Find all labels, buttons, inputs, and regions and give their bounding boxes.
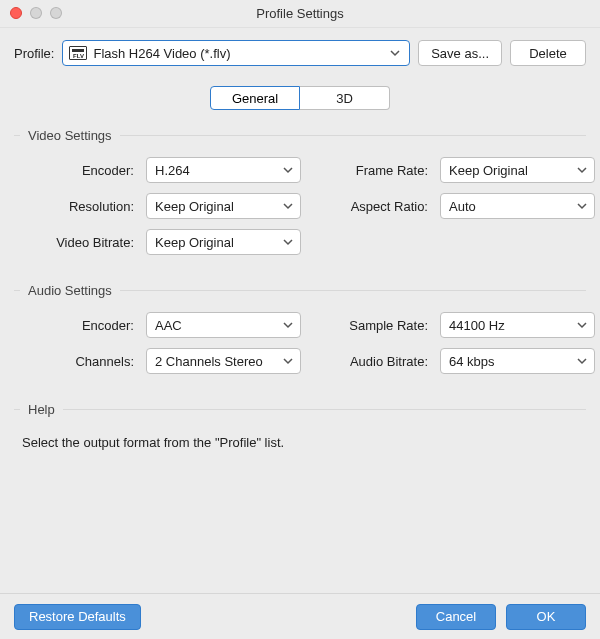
audio-bitrate-select[interactable]: 64 kbps bbox=[440, 348, 595, 374]
minimize-window-button[interactable] bbox=[30, 7, 42, 19]
channels-select[interactable]: 2 Channels Stereo bbox=[146, 348, 301, 374]
chevron-down-icon bbox=[280, 356, 296, 366]
video-settings-title: Video Settings bbox=[14, 128, 586, 143]
ok-button[interactable]: OK bbox=[506, 604, 586, 630]
aspect-ratio-select[interactable]: Auto bbox=[440, 193, 595, 219]
audio-encoder-label: Encoder: bbox=[14, 318, 134, 333]
frame-rate-label: Frame Rate: bbox=[313, 163, 428, 178]
help-title: Help bbox=[14, 402, 586, 417]
channels-label: Channels: bbox=[14, 354, 134, 369]
audio-settings-title: Audio Settings bbox=[14, 283, 586, 298]
tabs: General 3D bbox=[0, 86, 600, 110]
save-as-button[interactable]: Save as... bbox=[418, 40, 502, 66]
video-bitrate-label: Video Bitrate: bbox=[14, 235, 134, 250]
help-group: Help Select the output format from the "… bbox=[14, 402, 586, 450]
zoom-window-button[interactable] bbox=[50, 7, 62, 19]
profile-row: Profile: FLV Flash H264 Video (*.flv) Sa… bbox=[0, 28, 600, 76]
chevron-down-icon bbox=[574, 320, 590, 330]
window-title: Profile Settings bbox=[0, 6, 600, 21]
video-settings-group: Video Settings Encoder: H.264 Frame Rate… bbox=[14, 128, 586, 255]
resolution-label: Resolution: bbox=[14, 199, 134, 214]
sample-rate-label: Sample Rate: bbox=[313, 318, 428, 333]
chevron-down-icon bbox=[280, 165, 296, 175]
flv-icon: FLV bbox=[69, 46, 87, 60]
chevron-down-icon bbox=[574, 356, 590, 366]
video-encoder-label: Encoder: bbox=[14, 163, 134, 178]
cancel-button[interactable]: Cancel bbox=[416, 604, 496, 630]
chevron-down-icon bbox=[280, 320, 296, 330]
close-window-button[interactable] bbox=[10, 7, 22, 19]
profile-select[interactable]: FLV Flash H264 Video (*.flv) bbox=[62, 40, 410, 66]
audio-settings-group: Audio Settings Encoder: AAC Sample Rate:… bbox=[14, 283, 586, 374]
frame-rate-select[interactable]: Keep Original bbox=[440, 157, 595, 183]
tab-general[interactable]: General bbox=[210, 86, 300, 110]
window-controls bbox=[10, 7, 62, 19]
audio-bitrate-label: Audio Bitrate: bbox=[313, 354, 428, 369]
profile-select-value: Flash H264 Video (*.flv) bbox=[93, 46, 387, 61]
chevron-down-icon bbox=[280, 237, 296, 247]
delete-button[interactable]: Delete bbox=[510, 40, 586, 66]
chevron-down-icon bbox=[280, 201, 296, 211]
chevron-down-icon bbox=[574, 201, 590, 211]
footer: Restore Defaults Cancel OK bbox=[0, 593, 600, 639]
aspect-ratio-label: Aspect Ratio: bbox=[313, 199, 428, 214]
titlebar: Profile Settings bbox=[0, 0, 600, 28]
tab-3d[interactable]: 3D bbox=[300, 86, 390, 110]
restore-defaults-button[interactable]: Restore Defaults bbox=[14, 604, 141, 630]
video-encoder-select[interactable]: H.264 bbox=[146, 157, 301, 183]
audio-encoder-select[interactable]: AAC bbox=[146, 312, 301, 338]
video-bitrate-select[interactable]: Keep Original bbox=[146, 229, 301, 255]
chevron-down-icon bbox=[574, 165, 590, 175]
chevron-down-icon bbox=[387, 48, 403, 58]
help-text: Select the output format from the "Profi… bbox=[14, 431, 586, 450]
profile-label: Profile: bbox=[14, 46, 54, 61]
sample-rate-select[interactable]: 44100 Hz bbox=[440, 312, 595, 338]
resolution-select[interactable]: Keep Original bbox=[146, 193, 301, 219]
